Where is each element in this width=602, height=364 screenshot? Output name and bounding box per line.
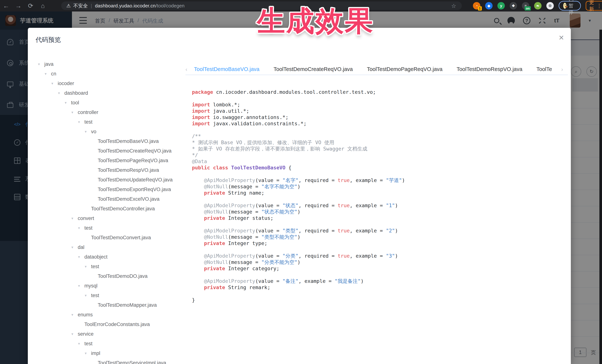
gem-extension-icon[interactable]: ◆ [485, 2, 493, 10]
tree-file[interactable]: ToolTestDemoServiceImpl.java [33, 358, 185, 364]
tree-file[interactable]: ToolTestDemoUpdateReqVO.java [33, 175, 185, 185]
file-tab[interactable]: ToolTestDemoCreateReqVO.java [274, 66, 353, 74]
url-host: dashboard.yudao.iocoder.cn [95, 3, 156, 9]
scrollbar[interactable] [599, 30, 602, 364]
tree-node-label: impl [91, 351, 100, 356]
tabs-scroll: ToolTestDemoBaseVO.javaToolTestDemoCreat… [194, 65, 563, 74]
tree-folder[interactable]: ▾test [33, 262, 185, 271]
tree-node-label: ToolTestDemoConvert.java [91, 235, 151, 240]
tree-file[interactable]: ToolTestDemoExportReqVO.java [33, 185, 185, 194]
tree-folder[interactable]: ▾dataobject [33, 252, 185, 262]
diamond-grid-extension-icon[interactable]: ❖ [510, 2, 517, 10]
tree-folder[interactable]: ▾mysql [33, 281, 185, 291]
file-tab[interactable]: ToolTe [537, 66, 552, 74]
kebab-menu-icon[interactable]: ⋮ [597, 3, 602, 9]
tree-folder[interactable]: ▾enums [33, 310, 185, 320]
caret-down-icon[interactable]: ▾ [85, 293, 89, 298]
tree-node-label: java [44, 61, 54, 67]
tree-folder[interactable]: ▾tool [33, 98, 185, 107]
reload-icon[interactable]: ⟳ [24, 2, 37, 10]
list-extension-icon[interactable]: ≡on [522, 2, 529, 10]
tree-folder[interactable]: ▾iocoder [33, 79, 185, 88]
code-line: @Data [192, 158, 563, 165]
tree-folder[interactable]: ▾dal [33, 242, 185, 252]
tree-folder[interactable]: ▾test [33, 339, 185, 348]
tree-folder[interactable]: ▾java [33, 59, 185, 69]
tree-file[interactable]: ToolTestDemoController.java [33, 204, 185, 214]
tree-folder[interactable]: ▾cn [33, 69, 185, 79]
orange-extension-icon[interactable]: ◔1 [473, 2, 480, 10]
leaf-extension-icon[interactable]: ❧ [534, 2, 542, 10]
tree-folder[interactable]: ▾vo [33, 127, 185, 136]
caret-down-icon[interactable]: ▾ [45, 72, 49, 76]
bookmark-star-icon[interactable]: ☆ [451, 3, 456, 9]
caret-down-icon[interactable]: ▾ [51, 81, 55, 86]
caret-down-icon[interactable]: ▾ [85, 264, 89, 269]
tree-node-label: ToolTestDemoController.java [91, 206, 155, 212]
back-icon[interactable]: ← [0, 2, 12, 10]
code-line [192, 196, 563, 202]
code-line: private String remark; [192, 284, 563, 291]
caret-down-icon[interactable]: ▾ [58, 91, 62, 95]
paused-label: 已暂停 [569, 0, 576, 16]
tree-file[interactable]: ToolTestDemoPageReqVO.java [33, 156, 185, 165]
forward-icon[interactable]: → [12, 2, 24, 10]
code-line: } [192, 297, 563, 303]
paused-pill[interactable]: 已暂停 [559, 1, 581, 10]
tree-file[interactable]: ToolTestDemoRespVO.java [33, 165, 185, 175]
tabs-next-icon[interactable]: › [561, 66, 568, 73]
caret-down-icon[interactable]: ▾ [65, 100, 69, 105]
caret-down-icon[interactable]: ▾ [78, 284, 82, 288]
screen: ← → ⟳ ⌂ ⚠ 不安全 | dashboard.yudao.iocoder.… [0, 0, 602, 364]
tree-node-label: ToolTestDemoServiceImpl.java [98, 360, 166, 364]
file-tab[interactable]: ToolTestDemoPageReqVO.java [367, 66, 442, 74]
tree-node-label: iocoder [58, 81, 74, 86]
tree-folder[interactable]: ▾test [33, 117, 185, 127]
file-tab[interactable]: ToolTestDemoBaseVO.java [194, 66, 259, 74]
code-line [192, 171, 563, 177]
extension-badge: on [525, 6, 531, 10]
caret-down-icon[interactable]: ▾ [71, 216, 75, 220]
tree-node-label: vo [91, 129, 97, 135]
caret-down-icon[interactable]: ▾ [71, 312, 75, 317]
tree-file[interactable]: ToolTestDemoCreateReqVO.java [33, 146, 185, 156]
tree-file[interactable]: ToolErrorCodeConstants.java [33, 320, 185, 329]
caret-down-icon[interactable]: ▾ [38, 62, 42, 66]
green-y-extension-icon[interactable]: y [497, 2, 505, 10]
file-tabs-bar: ‹ ToolTestDemoBaseVO.javaToolTestDemoCre… [185, 63, 568, 75]
puzzle-extension-icon[interactable]: ⚙ [546, 2, 554, 10]
tree-file[interactable]: ToolTestDemoDO.java [33, 271, 185, 281]
security-warning-icon[interactable]: ⚠ [66, 3, 71, 9]
code-line: @NotNull(message = "分类不能为空") [192, 259, 563, 265]
tree-folder[interactable]: ▾controller [33, 107, 185, 117]
caret-down-icon[interactable]: ▾ [78, 255, 82, 259]
caret-down-icon[interactable]: ▾ [85, 351, 89, 355]
caret-down-icon[interactable]: ▾ [78, 120, 82, 124]
update-button[interactable]: 更新 ⋮ [586, 1, 602, 10]
tree-file[interactable]: ToolTestDemoMapper.java [33, 300, 185, 310]
tree-node-label: dal [78, 244, 84, 250]
tree-file[interactable]: ToolTestDemoBaseVO.java [33, 136, 185, 146]
code-line: private Integer type; [192, 240, 563, 247]
tree-node-label: test [91, 264, 99, 270]
file-tab[interactable]: ToolTestDemoRespVO.java [457, 66, 522, 74]
tabs-prev-icon[interactable]: ‹ [185, 66, 192, 73]
caret-down-icon[interactable]: ▾ [78, 341, 82, 346]
caret-down-icon[interactable]: ▾ [71, 245, 75, 250]
close-icon[interactable]: ✕ [559, 34, 564, 41]
tree-file[interactable]: ToolTestDemoExcelVO.java [33, 194, 185, 204]
tree-folder[interactable]: ▾test [33, 291, 185, 300]
caret-down-icon[interactable]: ▾ [85, 129, 89, 134]
caret-down-icon[interactable]: ▾ [78, 226, 82, 230]
tree-folder[interactable]: ▾impl [33, 348, 185, 358]
home-icon[interactable]: ⌂ [37, 2, 49, 10]
tree-folder[interactable]: ▾convert [33, 214, 185, 223]
tree-file[interactable]: ToolTestDemoConvert.java [33, 233, 185, 242]
caret-down-icon[interactable]: ▾ [71, 110, 75, 114]
code-line [192, 247, 563, 253]
tree-node-label: test [84, 225, 93, 231]
tree-folder[interactable]: ▾service [33, 329, 185, 339]
caret-down-icon[interactable]: ▾ [71, 332, 75, 336]
tree-folder[interactable]: ▾test [33, 223, 185, 233]
tree-folder[interactable]: ▾dashboard [33, 88, 185, 98]
